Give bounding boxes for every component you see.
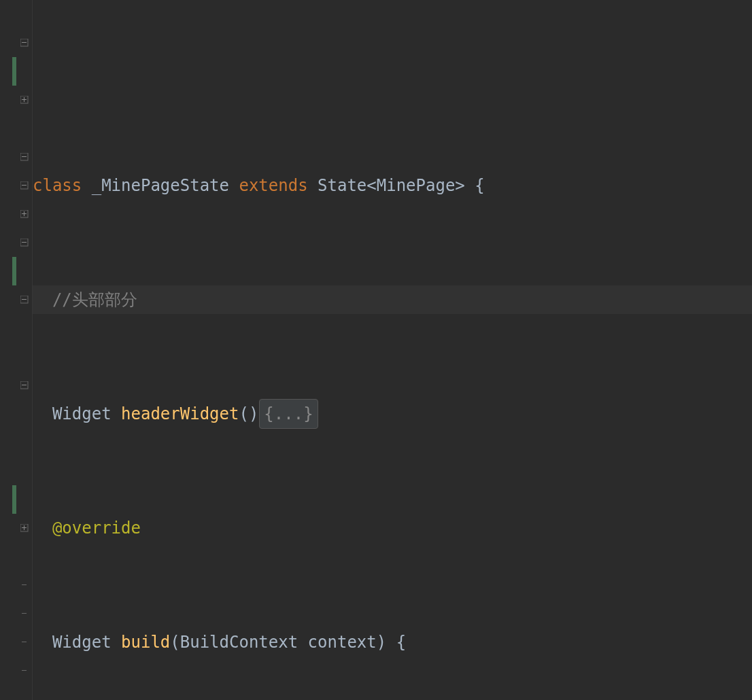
fold-plus-icon[interactable]: [19, 523, 30, 533]
change-marker: [12, 257, 16, 285]
brace: {: [396, 628, 406, 657]
change-marker: [12, 57, 16, 86]
code-line[interactable]: class _MinePageState extends State<MineP…: [33, 171, 752, 200]
fold-minus-icon[interactable]: [19, 294, 30, 305]
code-editor: class _MinePageState extends State<MineP…: [0, 0, 752, 700]
code-line[interactable]: Widget headerWidget(){...}: [33, 400, 752, 428]
type: Widget: [52, 628, 112, 657]
comment: //头部部分: [52, 285, 137, 314]
fold-minus-icon[interactable]: [19, 380, 30, 391]
fold-minus-icon[interactable]: [19, 180, 30, 191]
fold-end-icon[interactable]: [19, 608, 30, 619]
fold-end-icon[interactable]: [19, 580, 30, 591]
function-name: build: [121, 628, 170, 657]
code-line[interactable]: Widget build(BuildContext context) {: [33, 628, 752, 657]
class-name: _MinePageState: [92, 171, 229, 200]
parameter: context: [308, 628, 377, 657]
fold-end-icon[interactable]: [19, 665, 30, 676]
fold-plus-icon[interactable]: [19, 94, 30, 105]
fold-minus-icon[interactable]: [19, 237, 30, 248]
fold-minus-icon[interactable]: [19, 152, 30, 162]
brace: {: [475, 171, 484, 200]
keyword: class: [33, 171, 82, 200]
fold-minus-icon[interactable]: [19, 37, 30, 48]
type: MinePage: [377, 171, 456, 200]
type: BuildContext: [180, 628, 298, 657]
fold-end-icon[interactable]: [19, 637, 30, 648]
code-line[interactable]: //头部部分: [33, 285, 752, 314]
code-line[interactable]: @override: [33, 514, 752, 542]
change-marker: [12, 485, 16, 514]
function-name: headerWidget: [121, 400, 239, 428]
type: Widget: [52, 400, 112, 428]
type: State: [318, 171, 366, 200]
code-area[interactable]: class _MinePageState extends State<MineP…: [33, 0, 752, 700]
fold-plus-icon[interactable]: [19, 209, 30, 220]
keyword: extends: [239, 171, 307, 200]
annotation: @override: [52, 514, 141, 542]
folded-region[interactable]: {...}: [259, 399, 318, 429]
gutter: [0, 0, 33, 700]
